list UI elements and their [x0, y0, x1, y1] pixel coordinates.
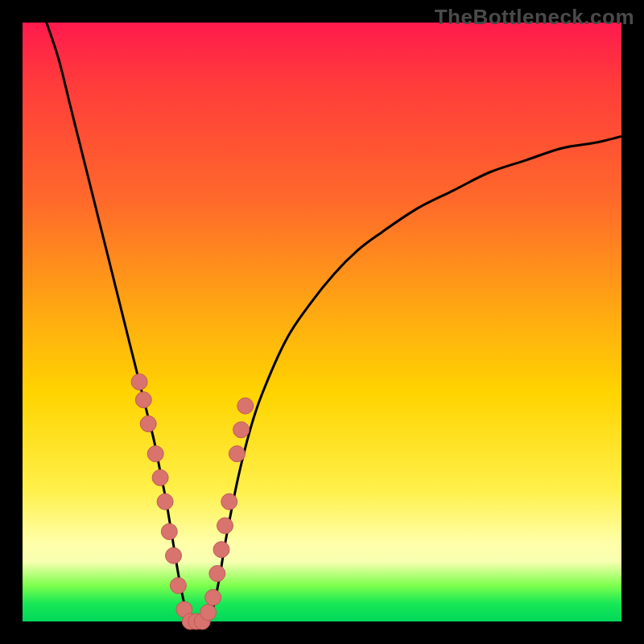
plot-area: [23, 23, 621, 621]
chart-container: TheBottleneck.com: [0, 0, 644, 644]
data-dot: [205, 589, 221, 605]
bottleneck-curve: [47, 23, 621, 623]
data-dot: [233, 422, 250, 438]
data-dot: [213, 542, 229, 558]
data-dot: [217, 518, 233, 534]
data-dot: [135, 392, 151, 408]
data-dot: [237, 398, 254, 414]
data-dots: [131, 374, 254, 630]
data-dot: [166, 547, 182, 564]
data-dot: [157, 493, 173, 510]
watermark-label: TheBottleneck.com: [435, 5, 634, 30]
data-dot: [161, 523, 177, 539]
data-dot: [221, 493, 237, 510]
curve-layer: [23, 23, 621, 621]
data-dot: [170, 577, 186, 593]
data-dot: [209, 566, 225, 582]
data-dot: [140, 416, 156, 432]
data-dot: [200, 605, 217, 621]
data-dot: [152, 469, 168, 485]
data-dot: [229, 446, 245, 462]
data-dot: [131, 374, 147, 390]
data-dot: [147, 446, 163, 462]
